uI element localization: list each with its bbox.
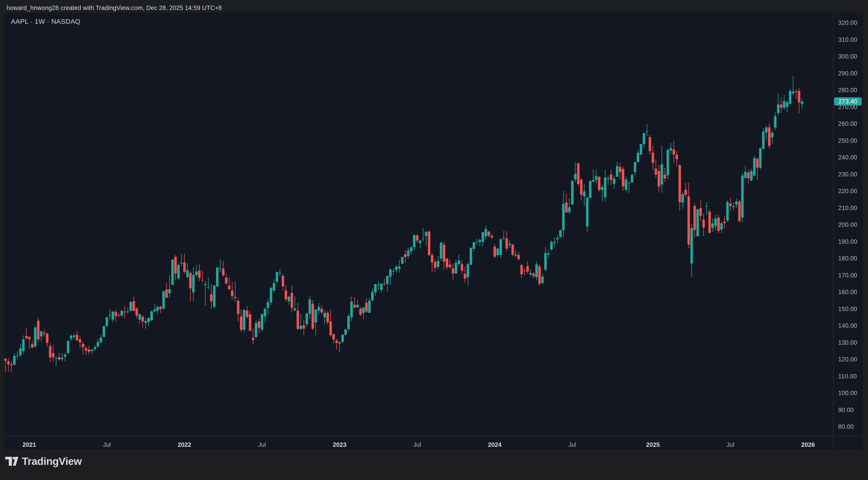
candle[interactable] bbox=[201, 270, 204, 282]
candle[interactable] bbox=[768, 123, 771, 148]
candle[interactable] bbox=[574, 162, 577, 182]
candle[interactable] bbox=[186, 263, 189, 278]
candle[interactable] bbox=[300, 313, 302, 330]
candle[interactable] bbox=[383, 278, 385, 285]
candle[interactable] bbox=[488, 231, 490, 238]
candle[interactable] bbox=[595, 170, 597, 183]
candle[interactable] bbox=[22, 336, 25, 354]
candle[interactable] bbox=[147, 318, 150, 327]
candle[interactable] bbox=[404, 250, 406, 263]
candle[interactable] bbox=[213, 285, 216, 309]
candle[interactable] bbox=[61, 353, 63, 362]
candle[interactable] bbox=[177, 264, 180, 280]
candle[interactable] bbox=[309, 297, 311, 319]
candle[interactable] bbox=[34, 326, 37, 348]
candle[interactable] bbox=[276, 272, 278, 284]
candle[interactable] bbox=[556, 235, 559, 243]
candle[interactable] bbox=[323, 311, 326, 324]
candle[interactable] bbox=[410, 246, 412, 254]
candle[interactable] bbox=[508, 240, 511, 248]
candle[interactable] bbox=[500, 239, 502, 258]
candle[interactable] bbox=[73, 334, 75, 340]
candle[interactable] bbox=[475, 239, 478, 245]
candle[interactable] bbox=[470, 247, 472, 265]
candle[interactable] bbox=[607, 175, 610, 184]
candle[interactable] bbox=[350, 297, 353, 321]
candle[interactable] bbox=[165, 283, 168, 298]
candle[interactable] bbox=[738, 200, 741, 222]
candle[interactable] bbox=[765, 126, 768, 140]
candle[interactable] bbox=[622, 167, 624, 191]
candle[interactable] bbox=[544, 247, 547, 272]
candle[interactable] bbox=[696, 208, 699, 237]
candle[interactable] bbox=[693, 203, 696, 238]
candle[interactable] bbox=[720, 222, 723, 233]
candle[interactable] bbox=[138, 313, 141, 324]
candle[interactable] bbox=[422, 228, 425, 241]
candle[interactable] bbox=[386, 276, 389, 292]
candle[interactable] bbox=[82, 342, 84, 355]
candle[interactable] bbox=[135, 307, 138, 318]
candle[interactable] bbox=[443, 242, 445, 270]
candle[interactable] bbox=[333, 334, 335, 343]
candle[interactable] bbox=[673, 141, 675, 163]
candle[interactable] bbox=[580, 178, 583, 200]
candle[interactable] bbox=[249, 311, 251, 331]
candle[interactable] bbox=[183, 254, 186, 274]
candle[interactable] bbox=[49, 343, 52, 362]
candle[interactable] bbox=[437, 256, 439, 269]
candle[interactable] bbox=[347, 314, 350, 331]
candle[interactable] bbox=[407, 248, 410, 259]
candle[interactable] bbox=[306, 312, 308, 327]
candle[interactable] bbox=[344, 328, 347, 336]
candle[interactable] bbox=[664, 168, 666, 182]
candle[interactable] bbox=[115, 309, 117, 322]
candle[interactable] bbox=[646, 124, 648, 136]
candle[interactable] bbox=[553, 237, 556, 247]
candle[interactable] bbox=[518, 252, 520, 261]
candle[interactable] bbox=[40, 330, 42, 341]
candle[interactable] bbox=[392, 269, 395, 275]
candle[interactable] bbox=[616, 162, 618, 177]
candle[interactable] bbox=[264, 307, 266, 322]
candle[interactable] bbox=[780, 98, 782, 113]
candle[interactable] bbox=[684, 183, 687, 197]
candle[interactable] bbox=[94, 345, 96, 351]
candle[interactable] bbox=[380, 283, 383, 293]
candle[interactable] bbox=[58, 353, 60, 361]
candle[interactable] bbox=[491, 234, 493, 239]
candle[interactable] bbox=[228, 277, 230, 290]
candle[interactable] bbox=[353, 297, 356, 308]
candle[interactable] bbox=[297, 303, 299, 330]
candle[interactable] bbox=[676, 151, 678, 167]
candle[interactable] bbox=[413, 234, 415, 250]
candle[interactable] bbox=[747, 169, 749, 183]
candle[interactable] bbox=[216, 267, 219, 287]
candle[interactable] bbox=[118, 312, 120, 317]
candle[interactable] bbox=[601, 184, 603, 202]
candle[interactable] bbox=[729, 198, 732, 210]
candle[interactable] bbox=[750, 169, 753, 181]
candle[interactable] bbox=[70, 334, 72, 341]
candle[interactable] bbox=[159, 306, 162, 313]
candle[interactable] bbox=[91, 349, 93, 354]
candle[interactable] bbox=[604, 169, 607, 202]
candle[interactable] bbox=[762, 128, 765, 150]
candle[interactable] bbox=[711, 219, 714, 232]
candle[interactable] bbox=[795, 89, 798, 99]
candle[interactable] bbox=[458, 255, 460, 266]
candle[interactable] bbox=[610, 169, 612, 185]
candle[interactable] bbox=[613, 175, 615, 189]
candle[interactable] bbox=[129, 301, 132, 311]
candle[interactable] bbox=[461, 260, 463, 274]
candle[interactable] bbox=[162, 291, 165, 310]
candle[interactable] bbox=[243, 310, 246, 333]
candle[interactable] bbox=[538, 264, 541, 285]
candle[interactable] bbox=[502, 231, 505, 240]
candle[interactable] bbox=[121, 310, 123, 317]
candle[interactable] bbox=[273, 279, 275, 293]
candle[interactable] bbox=[261, 313, 264, 331]
candle[interactable] bbox=[174, 255, 177, 280]
candle[interactable] bbox=[279, 269, 281, 277]
candle[interactable] bbox=[341, 334, 344, 343]
